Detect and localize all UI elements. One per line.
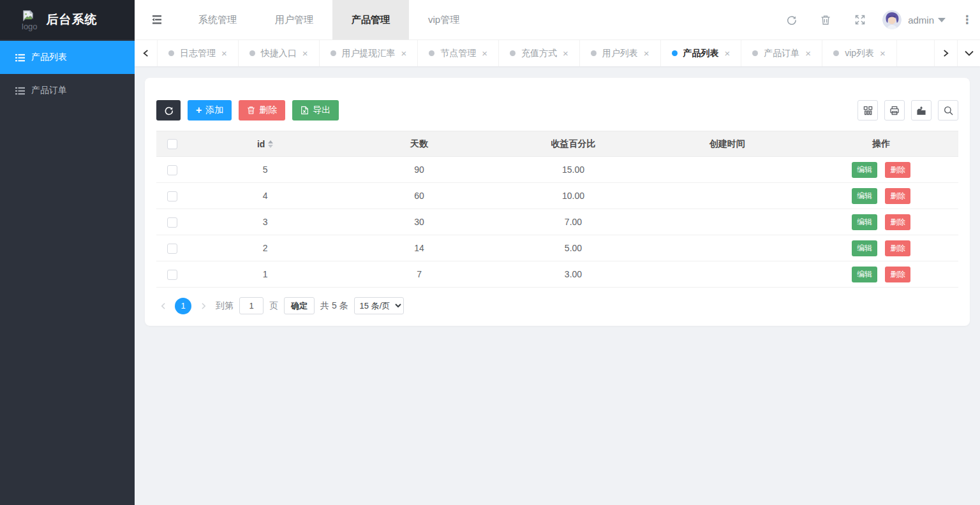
edit-button[interactable]: 编辑: [852, 162, 877, 178]
cell-actions: 编辑 删除: [805, 261, 958, 288]
app-root: logo 后台系统 产品列表: [0, 0, 980, 505]
delete-row-button[interactable]: 删除: [885, 214, 910, 230]
topnav-user[interactable]: 用户管理: [256, 0, 332, 40]
tab-close-icon[interactable]: ×: [482, 48, 487, 59]
cell-actions: 编辑 删除: [805, 157, 958, 183]
tab-close-icon[interactable]: ×: [725, 48, 731, 59]
header-created: 创建时间: [650, 131, 804, 157]
export-button-label: 导出: [313, 105, 330, 116]
tab-close-icon[interactable]: ×: [644, 48, 650, 59]
tab-user-list[interactable]: 用户列表 ×: [580, 40, 661, 66]
delete-row-button[interactable]: 删除: [885, 188, 910, 204]
header-actions: 操作: [805, 131, 958, 157]
refresh-icon[interactable]: [774, 15, 808, 26]
page-size-select[interactable]: 15 条/页: [354, 297, 404, 314]
tab-close-icon[interactable]: ×: [221, 48, 227, 59]
row-checkbox[interactable]: [167, 217, 177, 228]
cell-created: [650, 209, 804, 235]
tabs-dropdown-icon[interactable]: [957, 40, 980, 66]
tab-dot-icon: [672, 50, 678, 56]
tab-recharge-method[interactable]: 充值方式 ×: [499, 40, 580, 66]
select-all-checkbox[interactable]: [167, 139, 177, 149]
edit-button[interactable]: 编辑: [852, 188, 877, 204]
page-number-input[interactable]: [239, 297, 264, 314]
delete-row-button[interactable]: 删除: [885, 240, 910, 256]
sort-icon[interactable]: [268, 140, 273, 148]
confirm-page-button[interactable]: 确定: [284, 297, 315, 314]
row-checkbox[interactable]: [167, 191, 177, 201]
tab-product-list[interactable]: 产品列表 ×: [661, 40, 742, 66]
more-menu-icon[interactable]: ⋮: [954, 13, 980, 27]
row-checkbox[interactable]: [167, 244, 177, 254]
tabs-scroll-left-icon[interactable]: [135, 40, 158, 66]
row-checkbox[interactable]: [167, 165, 177, 175]
cell-id: 1: [188, 261, 342, 288]
edit-button[interactable]: 编辑: [852, 214, 877, 230]
cell-days: 14: [342, 235, 496, 261]
trash-icon[interactable]: [808, 15, 843, 26]
sidebar-collapse-icon[interactable]: [135, 14, 179, 26]
row-checkbox[interactable]: [167, 270, 177, 280]
sidebar-item-product-list[interactable]: 产品列表: [0, 41, 135, 74]
search-icon[interactable]: [938, 100, 958, 121]
header-id-label: id: [257, 139, 265, 149]
tab-close-icon[interactable]: ×: [302, 48, 308, 59]
plus-icon: +: [196, 105, 202, 115]
cell-created: [650, 261, 804, 288]
cell-created: [650, 235, 804, 261]
table-row: 5 90 15.00 编辑 删除: [156, 157, 958, 183]
tab-vip-list[interactable]: vip列表 ×: [822, 40, 897, 66]
prev-page-icon[interactable]: [156, 302, 169, 310]
delete-row-button[interactable]: 删除: [885, 267, 910, 282]
delete-row-button[interactable]: 删除: [885, 162, 910, 178]
tab-close-icon[interactable]: ×: [563, 48, 568, 59]
tab-quick-entry[interactable]: 快捷入口 ×: [239, 40, 320, 66]
cell-actions: 编辑 删除: [805, 209, 958, 235]
cell-days: 90: [342, 157, 496, 183]
current-page-button[interactable]: 1: [175, 298, 191, 314]
tab-close-icon[interactable]: ×: [401, 48, 407, 59]
tab-node-management[interactable]: 节点管理 ×: [418, 40, 499, 66]
tab-withdraw-rate[interactable]: 用户提现汇率 ×: [320, 40, 419, 66]
file-export-icon: [301, 106, 309, 115]
tab-bar: 日志管理 × 快捷入口 × 用户提现汇率 × 节点管理 ×: [135, 40, 980, 66]
main-column: 系统管理 用户管理 产品管理 vip管理: [135, 0, 980, 505]
top-navigation: 系统管理 用户管理 产品管理 vip管理: [179, 0, 479, 40]
export-data-icon[interactable]: [911, 100, 932, 121]
delete-button[interactable]: 删除: [239, 100, 285, 121]
username[interactable]: admin: [908, 15, 934, 26]
table-header: id 天数 收益百分比 创建时间 操作: [156, 131, 958, 157]
topnav-vip[interactable]: vip管理: [409, 0, 479, 40]
tabs-scroll-right-icon[interactable]: [934, 40, 957, 66]
refresh-button[interactable]: [156, 100, 181, 121]
tab-label: 用户提现汇率: [342, 48, 396, 59]
sidebar-item-product-orders[interactable]: 产品订单: [0, 74, 135, 107]
sidebar-item-label: 产品订单: [31, 85, 67, 96]
tab-close-icon[interactable]: ×: [805, 48, 811, 59]
edit-button[interactable]: 编辑: [852, 267, 877, 282]
export-button[interactable]: 导出: [292, 100, 339, 121]
columns-filter-icon[interactable]: [858, 100, 878, 121]
cell-actions: 编辑 删除: [805, 235, 958, 261]
cell-percent: 7.00: [496, 209, 650, 235]
topnav-product[interactable]: 产品管理: [332, 0, 409, 40]
delete-button-label: 删除: [259, 105, 277, 116]
user-caret-down-icon[interactable]: [938, 18, 946, 22]
tab-close-icon[interactable]: ×: [880, 48, 886, 59]
table-body: 5 90 15.00 编辑 删除 4 60: [156, 157, 958, 288]
tab-product-orders[interactable]: 产品订单 ×: [741, 40, 822, 66]
print-icon[interactable]: [884, 100, 905, 121]
header-id[interactable]: id: [188, 131, 342, 157]
user-avatar[interactable]: [882, 10, 902, 29]
topnav-system[interactable]: 系统管理: [179, 0, 256, 40]
next-page-icon[interactable]: [197, 302, 210, 310]
fullscreen-icon[interactable]: [843, 15, 877, 25]
add-button[interactable]: + 添加: [188, 100, 232, 121]
toolbar-right-icons: [858, 100, 958, 121]
tab-dot-icon: [249, 50, 255, 56]
trash-icon: [247, 106, 255, 115]
edit-button[interactable]: 编辑: [852, 240, 877, 256]
tab-label: 产品列表: [683, 48, 719, 59]
tab-log-management[interactable]: 日志管理 ×: [158, 40, 239, 66]
header-percent: 收益百分比: [496, 131, 650, 157]
